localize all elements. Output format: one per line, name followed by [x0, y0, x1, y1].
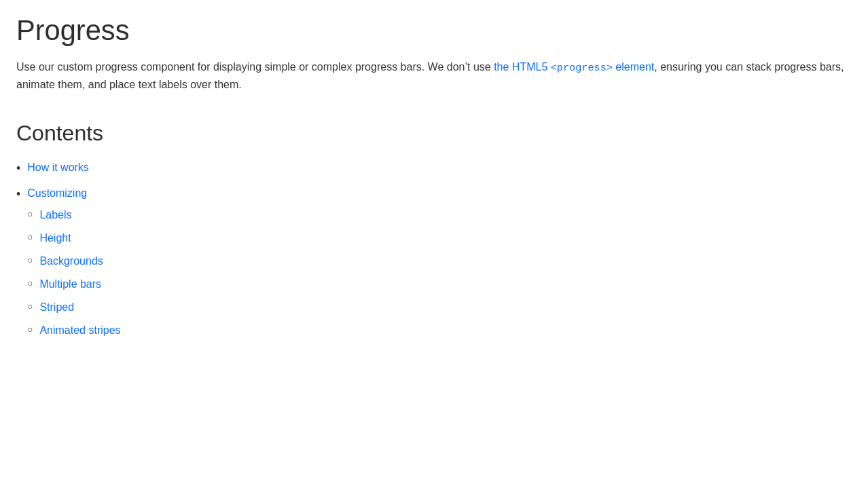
animated-stripes-link[interactable]: Animated stripes: [39, 322, 120, 339]
customizing-item: Customizing Labels Height Backgrounds Mu…: [27, 185, 120, 345]
contents-title: Contents: [16, 121, 852, 146]
page-title: Progress: [16, 14, 852, 48]
how-it-works-link[interactable]: How it works: [27, 159, 89, 176]
intro-text-before: Use our custom progress component for di…: [16, 61, 494, 73]
customizing-link[interactable]: Customizing: [27, 185, 120, 202]
list-item: Animated stripes: [27, 322, 120, 339]
list-item: How it works: [16, 159, 852, 177]
progress-element-link[interactable]: the HTML5 <progress> element: [494, 61, 654, 73]
height-link[interactable]: Height: [39, 230, 71, 246]
list-item: Backgrounds: [27, 253, 120, 269]
contents-list: How it works Customizing Labels Height B…: [16, 159, 852, 345]
list-item: Striped: [27, 299, 120, 316]
list-item: Multiple bars: [27, 276, 120, 292]
list-item: Height: [27, 230, 120, 246]
backgrounds-link[interactable]: Backgrounds: [39, 253, 103, 269]
striped-link[interactable]: Striped: [39, 299, 74, 316]
list-item: Labels: [27, 207, 120, 223]
labels-link[interactable]: Labels: [39, 207, 71, 223]
sub-list: Labels Height Backgrounds Multiple bars …: [27, 207, 120, 345]
multiple-bars-link[interactable]: Multiple bars: [39, 276, 101, 292]
contents-section: Contents How it works Customizing Labels…: [16, 121, 852, 345]
intro-paragraph: Use our custom progress component for di…: [16, 58, 852, 94]
list-item: Customizing Labels Height Backgrounds Mu…: [16, 185, 852, 345]
